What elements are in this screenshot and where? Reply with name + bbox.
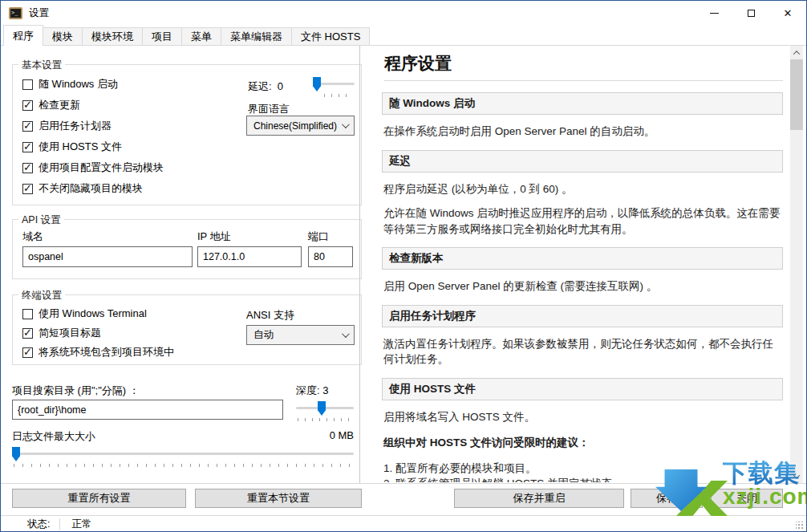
log-size-label: 日志文件最大大小 [12, 429, 95, 444]
tab-program[interactable]: 程序 [3, 25, 43, 46]
terminal-icon: >_ [9, 7, 22, 19]
doc-section-header: 延迟 [382, 150, 783, 173]
tab-hosts-file[interactable]: 文件 HOSTS [291, 27, 370, 46]
maximize-button[interactable] [732, 1, 769, 25]
close-dialog-button[interactable]: 关闭 [711, 489, 783, 508]
close-button[interactable]: ✕ [769, 1, 806, 25]
checkbox-icon [22, 309, 33, 319]
checkbox-icon [22, 79, 33, 90]
status-bar: 状态: 正常 [1, 515, 806, 532]
doc-paragraph: 激活内置任务计划程序。如果该参数被禁用，则无论任务状态如何，都不会执行任何计划任… [383, 336, 781, 368]
reset-all-settings-button[interactable]: 重置所有设置 [12, 489, 186, 508]
log-size-slider[interactable] [12, 447, 354, 468]
scroll-up-button[interactable] [790, 46, 803, 59]
scrollbar-thumb[interactable] [790, 59, 803, 130]
port-label: 端口 [308, 229, 329, 244]
doc-section-header: 随 Windows 启动 [382, 92, 783, 115]
language-select[interactable]: Chinese(Simplified) [246, 116, 355, 136]
slider-ticks [298, 418, 352, 421]
panel-divider [359, 46, 360, 483]
chevron-down-icon [342, 330, 350, 338]
checkbox-include-system-env[interactable]: 将系统环境包含到项目环境中 [22, 343, 174, 362]
group-api-settings: API 设置 域名 IP 地址 端口 [12, 219, 362, 279]
scroll-down-button[interactable] [790, 469, 803, 483]
checkbox-enable-task-scheduler[interactable]: 启用任务计划器 [22, 116, 164, 136]
domain-label: 域名 [22, 229, 43, 244]
doc-step: 2. 联系系统管理员以解锁 HOSTS 并固定其状态。 [383, 476, 781, 482]
ansi-value: 自动 [253, 328, 274, 342]
doc-advice-steps: 1. 配置所有必要的模块和项目。 2. 联系系统管理员以解锁 HOSTS 并固定… [383, 461, 781, 483]
slider-thumb[interactable] [12, 447, 20, 461]
slider-track [12, 453, 354, 455]
checkbox-check-updates[interactable]: 检查更新 [22, 95, 164, 116]
close-icon: ✕ [784, 8, 793, 18]
tab-module-env[interactable]: 模块环境 [82, 27, 143, 46]
resize-grip[interactable] [796, 522, 804, 530]
checkbox-keep-hidden-project-modules[interactable]: 不关闭隐藏项目的模块 [22, 178, 164, 199]
search-dir-input[interactable] [12, 400, 283, 420]
language-label: 界面语言 [248, 102, 290, 116]
group-basic-settings: 基本设置 随 Windows 启动 检查更新 启用任务计划器 使用 HOSTS … [12, 64, 362, 205]
group-basic-title: 基本设置 [18, 59, 65, 72]
doc-title-rule [384, 80, 783, 81]
checkbox-icon [22, 347, 33, 358]
tab-modules[interactable]: 模块 [43, 27, 83, 46]
log-size-value: 0 MB [296, 429, 354, 441]
depth-slider[interactable] [296, 401, 354, 422]
doc-paragraph: 在操作系统启动时启用 Open Server Panel 的自动启动。 [383, 124, 781, 140]
checkbox-use-windows-terminal[interactable]: 使用 Windows Terminal [22, 304, 174, 323]
tab-projects[interactable]: 项目 [142, 27, 182, 46]
doc-scrollbar[interactable] [790, 46, 803, 483]
checkbox-use-hosts-file[interactable]: 使用 HOSTS 文件 [22, 136, 164, 157]
domain-input[interactable] [22, 246, 193, 267]
doc-section-header: 检查新版本 [382, 247, 783, 270]
save-button[interactable]: 保存 [631, 489, 703, 508]
title-bar: >_ 设置 ✕ [1, 1, 806, 25]
slider-ticks [14, 464, 352, 467]
minimize-icon [710, 13, 719, 14]
doc-section-header: 使用 HOSTS 文件 [382, 378, 783, 400]
delay-slider[interactable] [313, 77, 355, 98]
search-dir-label: 项目搜索目录 (用";"分隔) ： [12, 384, 140, 398]
status-label: 状态: [27, 518, 50, 531]
window-title: 设置 [29, 6, 49, 20]
status-divider [59, 518, 60, 530]
checkbox-icon [22, 184, 33, 194]
language-value: Chinese(Simplified) [253, 120, 337, 132]
ansi-label: ANSI 支持 [246, 308, 294, 323]
checkbox-icon [22, 328, 33, 339]
minimize-button[interactable] [695, 1, 732, 25]
checkbox-icon [22, 142, 33, 152]
slider-thumb[interactable] [318, 401, 326, 416]
tab-menu[interactable]: 菜单 [181, 27, 221, 46]
checkbox-short-project-title[interactable]: 简短项目标题 [22, 323, 174, 343]
chevron-up-icon [793, 51, 800, 57]
ip-input[interactable] [197, 246, 302, 267]
reset-section-settings-button[interactable]: 重置本节设置 [195, 489, 362, 508]
doc-advice-title: 组织中对 HOSTS 文件访问受限时的建议： [383, 436, 781, 450]
port-input[interactable] [308, 246, 353, 267]
doc-section-header: 启用任务计划程序 [382, 305, 783, 327]
doc-paragraph: 启用 Open Server Panel 的更新检查 (需要连接互联网) 。 [383, 278, 781, 294]
doc-paragraph: 允许在随 Windows 启动时推迟应用程序的启动，以降低系统的总体负载。这在需… [383, 205, 781, 237]
ansi-select[interactable]: 自动 [246, 325, 355, 345]
tab-menu-editor[interactable]: 菜单编辑器 [221, 27, 292, 46]
slider-thumb[interactable] [313, 77, 321, 91]
tab-bar: 程序 模块 模块环境 项目 菜单 菜单编辑器 文件 HOSTS [1, 25, 806, 46]
doc-step: 1. 配置所有必要的模块和项目。 [383, 461, 781, 476]
doc-paragraph: 程序启动延迟 (以秒为单位，0 到 60) 。 [383, 181, 781, 197]
chevron-down-icon [793, 472, 800, 478]
save-and-restart-button[interactable]: 保存并重启 [454, 489, 624, 508]
checkbox-icon [22, 100, 33, 111]
group-terminal-settings: 终端设置 使用 Windows Terminal 简短项目标题 将系统环境包含到… [12, 294, 362, 365]
checkbox-icon [22, 121, 33, 132]
checkbox-start-modules-by-project-config[interactable]: 使用项目配置文件启动模块 [22, 157, 164, 178]
settings-window: >_ 设置 ✕ 程序 模块 模块环境 项目 菜单 菜单编辑器 文件 HOSTS … [0, 0, 807, 532]
checkbox-icon [22, 163, 33, 173]
doc-title: 程序设置 [384, 52, 452, 75]
button-bar-divider [1, 483, 806, 484]
group-api-title: API 设置 [18, 213, 64, 227]
depth-label: 深度: 3 [296, 384, 328, 398]
checkbox-start-with-windows[interactable]: 随 Windows 启动 [22, 74, 164, 95]
chevron-down-icon [342, 120, 350, 128]
